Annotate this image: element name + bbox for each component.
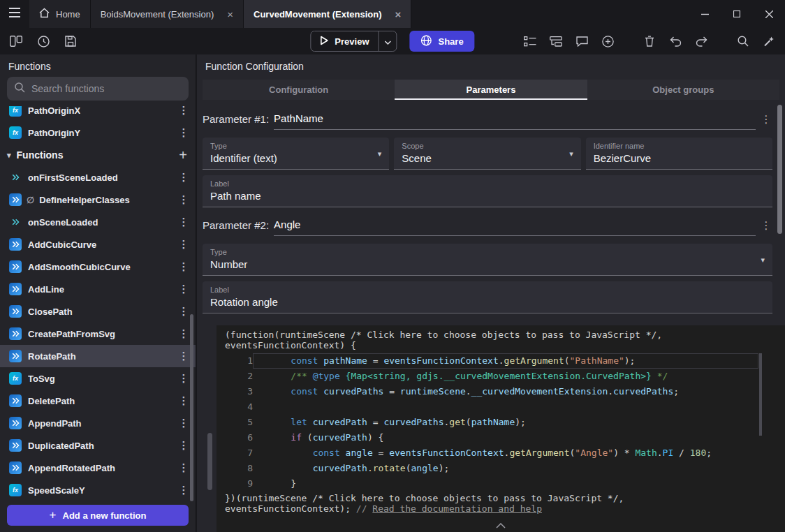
code-line[interactable]: 9 }: [217, 476, 785, 492]
share-button[interactable]: Share: [410, 31, 475, 52]
function-item[interactable]: AddLine⋮: [0, 278, 196, 300]
function-item[interactable]: fxToSvg⋮: [0, 367, 196, 390]
history-icon[interactable]: [36, 34, 51, 49]
function-item[interactable]: AppendPath⋮: [0, 412, 196, 434]
code-line-content[interactable]: if (curvedPath) {: [253, 430, 758, 445]
tab-object-groups[interactable]: Object groups: [587, 80, 779, 100]
events-list-icon[interactable]: [522, 34, 538, 49]
function-menu-button[interactable]: ⋮: [177, 305, 190, 318]
comment-icon[interactable]: [574, 34, 589, 49]
editor-scrollbar[interactable]: [759, 353, 762, 436]
search-functions-input[interactable]: [31, 83, 181, 94]
code-line[interactable]: 6 if (curvedPath) {: [217, 430, 785, 445]
tab-boidsmovement[interactable]: BoidsMovement (Extension) ×: [91, 0, 244, 28]
parameter-1-menu-button[interactable]: ⋮: [760, 113, 772, 130]
close-tab-icon[interactable]: ×: [395, 9, 402, 20]
code-line-content[interactable]: /** @type {Map<string, gdjs.__curvedMove…: [253, 369, 758, 384]
code-line-content[interactable]: const curvedPaths = runtimeScene.__curve…: [253, 384, 758, 399]
function-menu-button[interactable]: ⋮: [177, 126, 190, 139]
parameter-1-name-field[interactable]: PathName: [274, 112, 756, 130]
configuration-scrollbar[interactable]: [777, 105, 782, 234]
magic-brush-icon[interactable]: [761, 34, 777, 49]
tab-curvedmovement[interactable]: CurvedMovement (Extension) ×: [244, 0, 411, 28]
minimize-button[interactable]: [689, 0, 721, 28]
undo-icon[interactable]: [668, 34, 683, 49]
function-menu-button[interactable]: ⋮: [177, 327, 190, 340]
parameter-2-label-input[interactable]: Label Rotation angle: [203, 281, 772, 313]
code-line-content[interactable]: curvedPath.rotate(angle);: [253, 461, 758, 476]
tab-parameters[interactable]: Parameters: [395, 80, 587, 100]
parameter-2-type-select[interactable]: Type Number ▾: [203, 244, 772, 276]
function-item[interactable]: fxSpeedScaleY⋮: [0, 479, 196, 501]
events-indent-icon[interactable]: [548, 34, 564, 49]
collapse-editor-button[interactable]: [496, 520, 506, 531]
function-menu-button[interactable]: ⋮: [177, 171, 190, 184]
layout-panels-icon[interactable]: [8, 34, 24, 49]
function-menu-button[interactable]: ⋮: [177, 106, 190, 117]
function-item[interactable]: AddCubicCurve⋮: [0, 233, 196, 256]
function-menu-button[interactable]: ⋮: [177, 238, 190, 251]
function-item[interactable]: RotatePath⋮: [0, 345, 196, 367]
js-code-editor[interactable]: (function(runtimeScene /* Click here to …: [217, 325, 785, 532]
tab-configuration[interactable]: Configuration: [203, 80, 395, 100]
save-project-icon[interactable]: [63, 34, 78, 49]
function-item[interactable]: onFirstSceneLoaded⋮: [0, 166, 196, 189]
main-menu-button[interactable]: [0, 0, 29, 28]
parameter-1-identifier-input[interactable]: Identifier name BezierCurve: [586, 138, 772, 170]
function-item[interactable]: AppendRotatedPath⋮: [0, 457, 196, 479]
tab-home[interactable]: Home: [29, 0, 91, 28]
function-menu-button[interactable]: ⋮: [177, 461, 190, 474]
function-item[interactable]: fxPathOriginX⋮: [0, 106, 196, 121]
search-icon[interactable]: [735, 34, 751, 49]
redo-icon[interactable]: [694, 34, 709, 49]
add-circle-icon[interactable]: [600, 34, 615, 49]
functions-section-header[interactable]: ▾Functions+: [0, 144, 196, 166]
code-line-content[interactable]: [253, 399, 758, 415]
preview-button[interactable]: Preview: [310, 31, 397, 52]
parameter-1-scope-select[interactable]: Scope Scene ▾: [394, 138, 580, 170]
function-menu-button[interactable]: ⋮: [177, 193, 190, 206]
code-line-content[interactable]: let curvedPath = curvedPaths.get(pathNam…: [253, 415, 758, 430]
sidebar-scrollbar[interactable]: [190, 314, 193, 501]
preview-options-button[interactable]: [379, 31, 397, 51]
function-item[interactable]: DeletePath⋮: [0, 390, 196, 412]
code-line[interactable]: 8 curvedPath.rotate(angle);: [217, 461, 785, 476]
maximize-button[interactable]: [721, 0, 753, 28]
add-function-icon[interactable]: +: [179, 148, 187, 162]
code-line-content[interactable]: const pathName = eventsFunctionContext.g…: [253, 353, 758, 369]
parameter-1-type-select[interactable]: Type Identifier (text) ▾: [203, 138, 389, 170]
trash-icon[interactable]: [642, 34, 657, 49]
function-menu-button[interactable]: ⋮: [177, 417, 190, 429]
code-line[interactable]: 7 const angle = eventsFunctionContext.ge…: [217, 445, 785, 461]
function-item[interactable]: onSceneLoaded⋮: [0, 211, 196, 233]
close-window-button[interactable]: [753, 0, 785, 28]
close-tab-icon[interactable]: ×: [227, 9, 233, 20]
panel-scrollbar[interactable]: [207, 433, 212, 490]
function-menu-button[interactable]: ⋮: [177, 350, 190, 362]
code-line[interactable]: 2 /** @type {Map<string, gdjs.__curvedMo…: [217, 369, 785, 384]
function-item[interactable]: DuplicatedPath⋮: [0, 434, 196, 457]
function-menu-button[interactable]: ⋮: [177, 484, 190, 496]
function-item[interactable]: ClosePath⋮: [0, 300, 196, 323]
collapse-arrow-icon[interactable]: ▾: [7, 151, 11, 160]
function-menu-button[interactable]: ⋮: [177, 283, 190, 295]
code-line[interactable]: 5 let curvedPath = curvedPaths.get(pathN…: [217, 415, 785, 430]
function-menu-button[interactable]: ⋮: [177, 216, 190, 228]
function-item[interactable]: fxPathOriginY⋮: [0, 121, 196, 144]
code-line[interactable]: 3 const curvedPaths = runtimeScene.__cur…: [217, 384, 785, 399]
code-line[interactable]: 1 const pathName = eventsFunctionContext…: [217, 353, 785, 369]
function-menu-button[interactable]: ⋮: [177, 372, 190, 385]
function-menu-button[interactable]: ⋮: [177, 439, 190, 452]
function-menu-button[interactable]: ⋮: [177, 394, 190, 407]
function-item[interactable]: CreatePathFromSvg⋮: [0, 323, 196, 345]
function-item[interactable]: ∅DefineHelperClasses⋮: [0, 189, 196, 211]
add-function-button[interactable]: + Add a new function: [7, 505, 189, 526]
function-menu-button[interactable]: ⋮: [177, 260, 190, 273]
code-line-content[interactable]: const angle = eventsFunctionContext.getA…: [253, 445, 758, 461]
parameter-2-menu-button[interactable]: ⋮: [760, 219, 772, 236]
parameter-2-name-field[interactable]: Angle: [274, 219, 756, 236]
code-line-content[interactable]: }: [253, 476, 758, 492]
search-functions-box[interactable]: [7, 77, 189, 101]
function-item[interactable]: AddSmoothCubicCurve⋮: [0, 256, 196, 278]
code-line[interactable]: 4: [217, 399, 785, 415]
